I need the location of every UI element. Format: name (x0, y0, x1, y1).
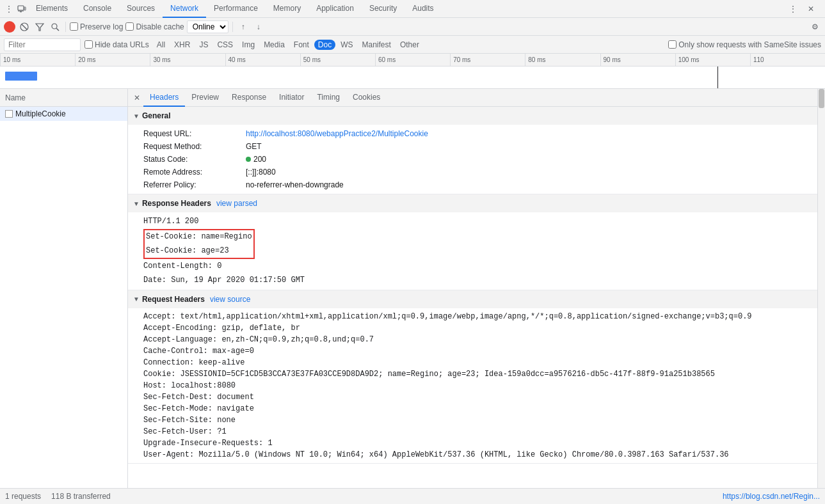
toolbar-separator (65, 22, 66, 32)
scrollbar-thumb[interactable] (819, 89, 824, 108)
referrer-policy-val: no-referrer-when-downgrade (246, 180, 344, 189)
tab-console[interactable]: Console (76, 0, 119, 18)
general-section-header[interactable]: ▼ General (128, 107, 817, 125)
detail-tab-cookies[interactable]: Cookies (346, 89, 387, 107)
filter-type-js[interactable]: JS (195, 40, 212, 50)
close-devtools-icon[interactable]: ✕ (805, 3, 817, 15)
rh-key-1: Accept-Encoding: (143, 324, 221, 333)
rh-val-2: en,zh-CN;q=0.9,zh;q=0.8,und;q=0.7 (221, 335, 374, 344)
filter-type-xhr[interactable]: XHR (170, 40, 194, 50)
rh-key-10: Sec-Fetch-User: (143, 427, 217, 436)
filter-input[interactable] (4, 38, 81, 51)
tab-performance[interactable]: Performance (206, 0, 266, 18)
settings-icon[interactable]: ⚙ (808, 20, 821, 33)
kv-request-method: Request Method: GET (128, 140, 817, 153)
detail-tab-timing[interactable]: Timing (310, 89, 346, 107)
timeline-request-bar (5, 72, 37, 81)
search-icon[interactable] (49, 20, 61, 33)
filter-type-ws[interactable]: WS (337, 40, 356, 50)
throttle-select[interactable]: Online (187, 20, 228, 33)
filter-type-media[interactable]: Media (260, 40, 289, 50)
bottom-link[interactable]: https://blog.csdn.net/Regin... (723, 492, 820, 501)
download-icon[interactable]: ↓ (252, 20, 265, 33)
rh-val-4: keep-alive (198, 358, 244, 367)
response-headers-content: HTTP/1.1 200 Set-Cookie: name=Regino Set… (128, 212, 817, 290)
bottom-bar: 1 requests 118 B transferred https://blo… (0, 488, 825, 504)
filter-type-doc[interactable]: Doc (314, 40, 335, 50)
request-url-val: http://localhost:8080/webappPractice2/Mu… (246, 129, 428, 138)
response-headers-section-header[interactable]: ▼ Response Headers view parsed (128, 194, 817, 212)
network-list-item[interactable]: MultipleCookie (0, 107, 127, 121)
response-header-cookie-block: Set-Cookie: name=Regino Set-Cookie: age=… (143, 229, 255, 259)
more-tabs-icon[interactable]: ⋮ (787, 3, 799, 15)
detail-tab-headers[interactable]: Headers (143, 89, 185, 107)
status-dot (246, 157, 251, 162)
tab-security[interactable]: Security (362, 0, 404, 18)
more-options-icon[interactable]: ⋮ (3, 3, 15, 15)
svg-line-5 (22, 24, 27, 29)
status-code-val: 200 (246, 155, 266, 164)
response-header-line-0: HTTP/1.1 200 (143, 215, 802, 228)
filter-type-img[interactable]: Img (238, 40, 259, 50)
rh-val-1: gzip, deflate, br (221, 324, 300, 333)
request-header-row-4: Connection: keep-alive (128, 357, 817, 368)
view-parsed-link[interactable]: view parsed (216, 199, 257, 208)
detail-tab-initiator[interactable]: Initiator (273, 89, 310, 107)
right-panel: ✕ Headers Preview Response Initiator Tim… (128, 89, 817, 488)
detail-tab-response[interactable]: Response (225, 89, 273, 107)
svg-rect-1 (24, 7, 26, 10)
hide-data-urls-checkbox[interactable]: Hide data URLs (84, 40, 149, 49)
detail-close-icon[interactable]: ✕ (131, 91, 143, 104)
filter-type-manifest[interactable]: Manifest (358, 40, 395, 50)
request-header-row-5: Cookie: JSESSIONID=5CF1CD5B3CCA73E37FA03… (128, 368, 817, 380)
timeline-mark-8: 90 ms (600, 54, 675, 66)
tab-application[interactable]: Application (308, 0, 362, 18)
detail-tabs: ✕ Headers Preview Response Initiator Tim… (128, 89, 817, 107)
timeline-mark-2: 30 ms (150, 54, 225, 66)
timeline-mark-9: 100 ms (675, 54, 750, 66)
rh-val-6: localhost:8080 (171, 381, 236, 390)
detail-tab-preview[interactable]: Preview (185, 89, 225, 107)
request-header-row-3: Cache-Control: max-age=0 (128, 345, 817, 357)
network-item-name: MultipleCookie (15, 109, 66, 118)
tab-memory[interactable]: Memory (266, 0, 308, 18)
preserve-log-checkbox[interactable]: Preserve log (70, 22, 123, 31)
scrollbar-area[interactable] (817, 89, 825, 488)
rh-val-9: none (217, 416, 236, 425)
tab-bar: ⋮ Elements Console Sources Network Perfo… (0, 0, 825, 18)
request-header-row-9: Sec-Fetch-Site: none (128, 414, 817, 426)
filter-type-font[interactable]: Font (290, 40, 313, 50)
timeline-mark-3: 40 ms (225, 54, 300, 66)
request-method-key: Request Method: (143, 142, 246, 151)
upload-icon[interactable]: ↑ (237, 20, 250, 33)
kv-remote-address: Remote Address: [::]]:8080 (128, 166, 817, 178)
filter-icon[interactable] (33, 20, 46, 33)
filter-type-all[interactable]: All (153, 40, 169, 50)
row-checkbox[interactable] (5, 110, 13, 118)
tab-sources[interactable]: Sources (119, 0, 163, 18)
same-site-checkbox[interactable]: Only show requests with SameSite issues (668, 40, 821, 49)
filter-type-other[interactable]: Other (396, 40, 423, 50)
record-button[interactable] (4, 21, 15, 33)
filter-types: All XHR JS CSS Img Media Font Doc WS Man… (153, 40, 423, 50)
main-layout: Name MultipleCookie ✕ Headers Preview Re… (0, 89, 825, 488)
clear-button[interactable] (18, 20, 31, 33)
timeline: 10 ms 20 ms 30 ms 40 ms 50 ms 60 ms 70 m… (0, 54, 825, 89)
remote-address-val: [::]]:8080 (246, 168, 276, 177)
general-title: General (142, 111, 171, 120)
disable-cache-checkbox[interactable]: Disable cache (125, 22, 184, 31)
request-headers-section-header[interactable]: ▼ Request Headers view source (128, 290, 817, 308)
tab-audits[interactable]: Audits (404, 0, 441, 18)
tab-elements[interactable]: Elements (28, 0, 76, 18)
request-header-row-6: Host: localhost:8080 (128, 380, 817, 391)
rh-val-10: ?1 (217, 427, 226, 436)
filter-type-css[interactable]: CSS (213, 40, 237, 50)
device-icon[interactable] (15, 3, 28, 15)
view-source-link[interactable]: view source (210, 295, 250, 304)
svg-point-7 (52, 24, 57, 29)
filter-bar: Hide data URLs All XHR JS CSS Img Media … (0, 36, 825, 54)
throttle-dropdown[interactable]: Online (187, 20, 228, 33)
rh-key-6: Host: (143, 381, 171, 390)
timeline-cursor (717, 67, 718, 89)
tab-network[interactable]: Network (163, 0, 206, 18)
